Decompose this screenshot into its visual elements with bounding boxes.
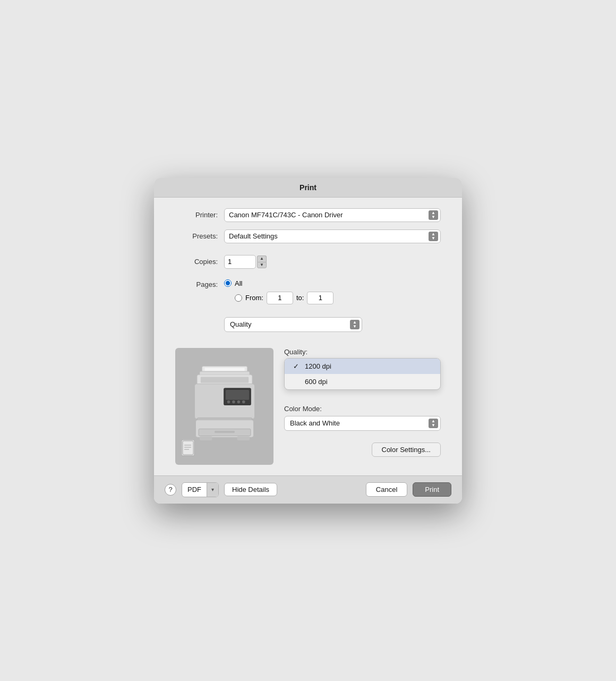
presets-select-wrapper: Default Settings ▲▼ — [224, 229, 441, 243]
presets-label: Presets: — [175, 232, 218, 240]
printer-select[interactable]: Canon MF741C/743C - Canon Driver — [224, 208, 441, 222]
quality-select[interactable]: Quality1200 dpi600 dpi — [224, 317, 362, 332]
copies-stepper[interactable]: ▲ ▼ — [257, 256, 267, 268]
printer-illustration — [187, 364, 262, 449]
checkmark-600 — [293, 378, 301, 386]
quality-1200-label: 1200 dpi — [305, 362, 331, 370]
print-button[interactable]: Print — [413, 482, 451, 497]
svg-rect-15 — [215, 431, 235, 433]
printer-row: Printer: Canon MF741C/743C - Canon Drive… — [175, 208, 441, 222]
pages-from-input[interactable] — [267, 292, 293, 304]
svg-rect-17 — [237, 436, 250, 440]
presets-select[interactable]: Default Settings — [224, 229, 441, 243]
svg-rect-4 — [200, 377, 248, 382]
quality-option-600[interactable]: 600 dpi — [285, 374, 440, 389]
printer-preview — [175, 348, 273, 465]
copies-row: Copies: ▲ ▼ — [175, 255, 441, 269]
quality-600-label: 600 dpi — [305, 378, 328, 386]
pages-all-label: All — [235, 279, 242, 287]
main-content: Quality: ✓ 1200 dpi 600 dpi Color Mode: — [175, 348, 441, 465]
pdf-button[interactable]: PDF ▾ — [182, 482, 219, 497]
dialog-footer: ? PDF ▾ Hide Details Cancel Print — [154, 475, 462, 504]
pages-row: Pages: All From: to: — [175, 279, 441, 304]
color-mode-label: Color Mode: — [284, 405, 441, 413]
svg-point-9 — [232, 400, 235, 403]
quality-dropdown-popup: ✓ 1200 dpi 600 dpi — [284, 358, 441, 390]
print-dialog: Print Printer: Canon MF741C/743C - Canon… — [154, 178, 462, 504]
copies-increment[interactable]: ▲ — [257, 256, 267, 262]
copies-input[interactable] — [224, 255, 256, 269]
help-button[interactable]: ? — [165, 484, 176, 496]
svg-rect-7 — [225, 389, 249, 399]
svg-point-8 — [227, 400, 230, 403]
quality-select-container: Quality1200 dpi600 dpi ▲▼ — [224, 317, 362, 332]
dialog-titlebar: Print — [154, 178, 462, 198]
presets-row: Presets: Default Settings ▲▼ — [175, 229, 441, 243]
svg-rect-1 — [204, 368, 244, 371]
svg-point-10 — [237, 400, 240, 403]
svg-rect-16 — [199, 436, 212, 440]
dialog-body: Printer: Canon MF741C/743C - Canon Drive… — [154, 198, 462, 475]
pages-section: All From: to: — [224, 279, 333, 304]
pages-all-row: All — [224, 279, 333, 287]
color-mode-select[interactable]: Black and WhiteColor — [284, 416, 441, 431]
pages-to-label: to: — [296, 294, 304, 302]
checkmark-1200: ✓ — [293, 362, 301, 370]
pages-label: Pages: — [175, 280, 218, 288]
pdf-dropdown-arrow[interactable]: ▾ — [207, 483, 218, 497]
cancel-button[interactable]: Cancel — [366, 482, 407, 497]
hide-details-button[interactable]: Hide Details — [224, 483, 277, 496]
svg-rect-19 — [183, 441, 193, 455]
pdf-label[interactable]: PDF — [182, 483, 207, 496]
color-settings-button[interactable]: Color Settings... — [372, 442, 441, 457]
settings-panel: Quality: ✓ 1200 dpi 600 dpi Color Mode: — [284, 348, 441, 465]
pages-range-row: From: to: — [235, 292, 333, 304]
svg-point-11 — [242, 400, 245, 403]
quality-popup-label: Quality: — [284, 348, 441, 356]
document-icon — [182, 440, 198, 458]
color-mode-select-wrapper: Black and WhiteColor ▲▼ — [284, 416, 441, 431]
printer-label: Printer: — [175, 211, 218, 219]
copies-label: Copies: — [175, 258, 218, 266]
copies-decrement[interactable]: ▼ — [257, 262, 267, 268]
printer-select-wrapper: Canon MF741C/743C - Canon Driver ▲▼ — [224, 208, 441, 222]
pages-range-radio[interactable] — [235, 294, 242, 302]
pages-to-input[interactable] — [307, 292, 333, 304]
pages-from-label: From: — [245, 294, 263, 302]
dialog-title: Print — [154, 183, 462, 192]
quality-dropdown-wrapper: Quality1200 dpi600 dpi ▲▼ — [224, 317, 362, 332]
pages-all-radio[interactable] — [224, 279, 232, 287]
quality-option-1200[interactable]: ✓ 1200 dpi — [285, 359, 440, 374]
